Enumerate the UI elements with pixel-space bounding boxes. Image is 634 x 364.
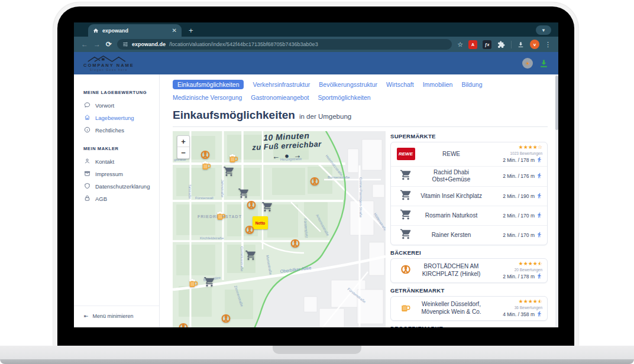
company-name: COMPANY NAME — [83, 63, 134, 68]
tab-search-button[interactable]: ▼ — [536, 25, 551, 35]
url-bar[interactable]: expowand.de /locationValuation/index/542… — [117, 39, 452, 50]
sidebar-item-home[interactable]: Lagebewertung — [74, 112, 159, 124]
beer-marker-icon[interactable] — [188, 278, 199, 289]
star-rating: ★★★★☆★ — [487, 299, 542, 305]
pretzel-marker-icon[interactable] — [200, 150, 211, 161]
poi-row[interactable]: Vitamin Insel Kirchplatz 2 Min. / 190 m — [391, 186, 547, 206]
cart-marker-icon[interactable] — [224, 166, 235, 177]
pdf-extension-icon[interactable]: A — [468, 40, 477, 49]
sidebar-item-shield[interactable]: Datenschutzerklärung — [74, 180, 159, 193]
review-count: 20 Bewertungen — [487, 268, 542, 272]
app-body: MEINE LAGEBEWERTUNG Vorwort Lagebewertun… — [74, 74, 558, 327]
fx-extension-icon[interactable]: ƒx — [483, 40, 491, 49]
extensions-puzzle-icon[interactable] — [497, 40, 506, 49]
pretzel-marker-icon[interactable] — [244, 225, 255, 236]
poi-row[interactable]: Weinkeller Düsseldorf, Mövenpick Wein & … — [391, 297, 547, 320]
sidebar-item-building[interactable]: Impressum — [74, 168, 159, 180]
poi-row[interactable]: BROTLÄDCHEN AM KIRCHPLATZ (Hinkel) ★★★★☆… — [391, 259, 547, 282]
new-tab-button[interactable]: + — [189, 26, 193, 35]
tab-bildung[interactable]: Bildung — [461, 80, 482, 89]
poi-name: Rachid Dhabi Obst+Gemüse — [416, 169, 487, 184]
reload-icon[interactable]: ⟳ — [106, 40, 112, 48]
review-count: 1023 Bewertungen — [487, 151, 542, 155]
url-path: /locationValuation/index/542f44bc17135bf… — [169, 41, 318, 47]
tab-title: expowand — [102, 28, 169, 34]
sidebar-item-chat[interactable]: Vorwort — [74, 99, 159, 112]
street-label: Gustav-Poensgen-Straße — [359, 177, 363, 218]
scrollbar-thumb[interactable] — [555, 76, 558, 130]
poi-row[interactable]: Rainer Kersten 2 Min. / 170 m — [391, 225, 547, 245]
site-settings-icon[interactable] — [122, 41, 128, 47]
tab-verkehrsinfrastruktur[interactable]: Verkehrsinfrastruktur — [253, 80, 310, 89]
pretzel-icon — [400, 264, 412, 278]
walking-person-icon — [536, 173, 542, 180]
beer-marker-icon[interactable] — [201, 160, 212, 171]
sidebar-item-info[interactable]: Rechtliches — [74, 124, 159, 136]
map-zoom-control: + − — [177, 135, 190, 159]
sidebar-section-title: MEINE LAGEBEWERTUNG — [83, 90, 159, 95]
walking-person-icon — [536, 193, 542, 200]
poi-distance: 2 Min. / 170 m — [503, 232, 535, 238]
browser-menu-icon[interactable]: ⋮ — [545, 41, 551, 48]
zoom-in-button[interactable]: + — [177, 136, 189, 147]
forward-icon[interactable]: → — [93, 40, 101, 48]
poi-row[interactable]: REWE REWE ★★★★☆ 1023 Bewertungen 2 Min. … — [391, 142, 547, 166]
poi-distance: 2 Min. / 178 m — [503, 274, 535, 280]
poi-distance: 4 Min. / 358 m — [503, 311, 535, 317]
theme-toggle-sun-icon[interactable]: ☀ — [522, 58, 533, 69]
cart-icon — [400, 228, 412, 242]
tab-wirtschaft[interactable]: Wirtschaft — [386, 80, 414, 89]
map-annotation: 10 Minuten zu Fuß erreichbar ← ● → — [242, 131, 332, 162]
tab-immobilien[interactable]: Immobilien — [423, 80, 453, 89]
panel-card: Weinkeller Düsseldorf, Mövenpick Wein & … — [390, 296, 548, 321]
cart-marker-icon[interactable] — [238, 188, 250, 199]
tab-bev-lkerungsstruktur[interactable]: Bevölkerungsstruktur — [319, 80, 377, 89]
cart-icon — [400, 189, 412, 203]
beer-marker-icon[interactable] — [216, 210, 227, 222]
sidebar-item-label: Vorwort — [95, 102, 114, 109]
tab-sportm-glichkeiten[interactable]: Sportmöglichkeiten — [318, 93, 370, 102]
export-download-icon[interactable] — [539, 58, 549, 69]
tab-medizinische-versorgung[interactable]: Medizinische Versorgung — [173, 93, 242, 102]
back-icon[interactable]: ← — [81, 40, 88, 48]
sidebar-item-person[interactable]: Kontakt — [74, 155, 159, 168]
downloads-icon[interactable] — [517, 41, 525, 48]
profile-avatar[interactable]: v — [530, 40, 539, 49]
sidebar-item-label: Impressum — [95, 171, 123, 177]
poi-row[interactable]: Rachid Dhabi Obst+Gemüse 2 Min. / 176 m — [391, 166, 547, 186]
beer-icon — [400, 301, 412, 316]
poi-row[interactable]: Rosmarin Naturkost 2 Min. / 170 m — [391, 206, 547, 225]
tab-close-icon[interactable]: ✕ — [172, 27, 177, 34]
cart-icon — [400, 209, 412, 223]
panel-card: REWE REWE ★★★★☆ 1023 Bewertungen 2 Min. … — [390, 142, 548, 245]
company-logo[interactable]: COMPANY NAME Slogan Goes here — [83, 55, 134, 72]
pretzel-marker-icon[interactable] — [309, 176, 321, 187]
pretzel-marker-icon[interactable] — [290, 238, 301, 249]
street-label: Bunsenstraße — [328, 176, 350, 179]
page-scrollbar[interactable] — [555, 74, 558, 327]
sidebar-item-lock[interactable]: AGB — [74, 193, 159, 205]
bookmark-star-icon[interactable]: ☆ — [457, 41, 463, 48]
pretzel-marker-icon[interactable] — [178, 322, 189, 328]
cart-marker-icon[interactable] — [245, 250, 257, 261]
cart-marker-icon[interactable] — [204, 277, 215, 288]
tab-einkaufsm-glichkeiten[interactable]: Einkaufsmöglichkeiten — [173, 80, 244, 89]
cart-marker-icon[interactable] — [262, 202, 273, 213]
panel-section-title: BÄCKEREI — [390, 249, 548, 256]
rewe-logo: REWE — [397, 148, 415, 160]
company-slogan: Slogan Goes here — [90, 68, 128, 72]
pretzel-marker-icon[interactable] — [221, 313, 232, 324]
browser-tabstrip: expowand ✕ + ▼ — [74, 22, 558, 37]
building-icon — [84, 170, 90, 178]
app-header: COMPANY NAME Slogan Goes here ☀ — [74, 52, 558, 74]
browser-tab[interactable]: expowand ✕ — [88, 24, 182, 37]
beer-marker-icon[interactable] — [228, 153, 240, 164]
tab-gastronomieangebot[interactable]: Gastronomieangebot — [251, 93, 309, 102]
minimize-menu-button[interactable]: ⇤ Menü minimieren — [74, 306, 159, 327]
poi-name: REWE — [416, 151, 487, 158]
walking-person-icon — [536, 232, 542, 239]
pretzel-marker-icon[interactable] — [246, 200, 257, 211]
zoom-out-button[interactable]: − — [177, 147, 189, 158]
sidebar-item-label: Rechtliches — [95, 127, 124, 134]
map[interactable]: gstraßeHerzogstraßeFürstenwallFRIEDRICHS… — [173, 131, 386, 327]
